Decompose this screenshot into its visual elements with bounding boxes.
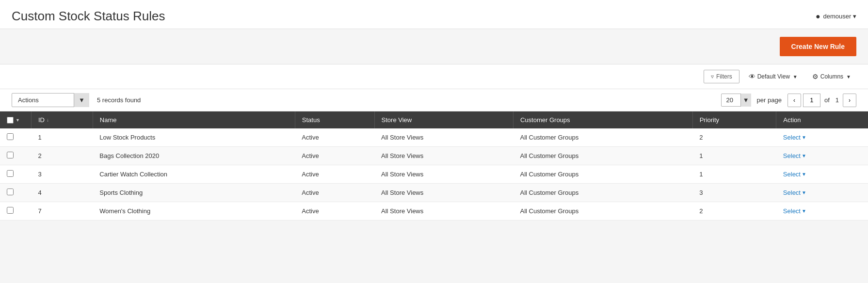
row-customer-groups: All Customer Groups bbox=[513, 165, 692, 184]
view-chevron-icon: ▼ bbox=[793, 74, 798, 79]
header-name: Name bbox=[93, 111, 295, 128]
total-pages: 1 bbox=[836, 96, 839, 104]
header-customer-groups-label: Customer Groups bbox=[520, 116, 570, 124]
header-checkbox-arrow-icon: ▼ bbox=[16, 118, 20, 123]
actions-left: Actions ▼ 5 records found bbox=[12, 93, 141, 107]
row-id: 3 bbox=[32, 165, 93, 184]
row-action: Select ▼ bbox=[776, 147, 868, 165]
row-name: Low Stock Products bbox=[93, 128, 295, 147]
user-name: demouser ▾ bbox=[823, 13, 856, 20]
row-customer-groups: All Customer Groups bbox=[513, 202, 692, 220]
actions-row: Actions ▼ 5 records found 20 50 100 ▼ pe… bbox=[0, 89, 868, 111]
row-store-view: All Store Views bbox=[374, 165, 513, 184]
filters-label: Filters bbox=[716, 73, 732, 80]
row-id: 1 bbox=[32, 128, 93, 147]
table-row: 1Low Stock ProductsActiveAll Store Views… bbox=[0, 128, 868, 147]
columns-button[interactable]: ⚙ Columns ▼ bbox=[807, 69, 856, 84]
select-all-checkbox[interactable] bbox=[7, 117, 14, 124]
row-action: Select ▼ bbox=[776, 202, 868, 220]
row-id: 4 bbox=[32, 184, 93, 202]
row-priority: 1 bbox=[692, 147, 776, 165]
pagination: 20 50 100 ▼ per page ‹ 1 of 1 › bbox=[721, 94, 856, 107]
create-new-rule-button[interactable]: Create New Rule bbox=[780, 37, 856, 56]
columns-label: Columns bbox=[820, 73, 843, 80]
table-header: ▼ ID ↓ Name Status Store View bbox=[0, 111, 868, 128]
records-count: 5 bbox=[97, 96, 100, 104]
row-checkbox-cell bbox=[0, 147, 32, 165]
id-sort-icon: ↓ bbox=[47, 117, 49, 123]
row-priority: 2 bbox=[692, 128, 776, 147]
per-page-label: per page bbox=[757, 96, 782, 104]
header-action: Action bbox=[776, 111, 868, 128]
row-customer-groups: All Customer Groups bbox=[513, 128, 692, 147]
current-page-input[interactable]: 1 bbox=[803, 94, 820, 107]
row-checkbox-cell bbox=[0, 165, 32, 184]
view-label: Default View bbox=[757, 73, 790, 80]
page-header: Custom Stock Status Rules ● demouser ▾ bbox=[0, 0, 868, 29]
data-table: ▼ ID ↓ Name Status Store View bbox=[0, 111, 868, 220]
row-name: Bags Collection 2020 bbox=[93, 147, 295, 165]
select-chevron-icon: ▼ bbox=[802, 208, 806, 214]
records-found: 5 records found bbox=[97, 96, 141, 104]
user-menu[interactable]: ● demouser ▾ bbox=[816, 12, 856, 21]
grid-controls-top: ▿ Filters 👁 Default View ▼ ⚙ Columns ▼ bbox=[0, 64, 868, 89]
row-checkbox[interactable] bbox=[7, 170, 14, 177]
row-customer-groups: All Customer Groups bbox=[513, 147, 692, 165]
row-checkbox[interactable] bbox=[7, 133, 14, 140]
table-row: 2Bags Collection 2020ActiveAll Store Vie… bbox=[0, 147, 868, 165]
row-select-link[interactable]: Select ▼ bbox=[783, 189, 861, 196]
gear-icon: ⚙ bbox=[812, 73, 819, 80]
row-name: Women's Clothing bbox=[93, 202, 295, 220]
row-select-link[interactable]: Select ▼ bbox=[783, 152, 861, 159]
header-priority: Priority bbox=[692, 111, 776, 128]
filters-button[interactable]: ▿ Filters bbox=[704, 70, 739, 83]
actions-select-wrapper: Actions ▼ bbox=[12, 93, 89, 107]
row-id: 7 bbox=[32, 202, 93, 220]
row-id: 2 bbox=[32, 147, 93, 165]
row-status: Active bbox=[295, 128, 374, 147]
row-customer-groups: All Customer Groups bbox=[513, 184, 692, 202]
row-checkbox-cell bbox=[0, 184, 32, 202]
row-name: Cartier Watch Collection bbox=[93, 165, 295, 184]
select-chevron-icon: ▼ bbox=[802, 153, 806, 158]
page-of-label: of bbox=[824, 96, 830, 104]
table-body: 1Low Stock ProductsActiveAll Store Views… bbox=[0, 128, 868, 220]
select-chevron-icon: ▼ bbox=[802, 190, 806, 195]
select-chevron-icon: ▼ bbox=[802, 172, 806, 177]
page-title: Custom Stock Status Rules bbox=[12, 9, 165, 24]
row-action: Select ▼ bbox=[776, 128, 868, 147]
next-page-button[interactable]: › bbox=[843, 94, 856, 107]
view-selector[interactable]: 👁 Default View ▼ bbox=[743, 69, 803, 84]
row-select-link[interactable]: Select ▼ bbox=[783, 134, 861, 141]
toolbar: Create New Rule bbox=[0, 29, 868, 64]
row-checkbox-cell bbox=[0, 128, 32, 147]
prev-page-button[interactable]: ‹ bbox=[788, 94, 801, 107]
row-checkbox[interactable] bbox=[7, 152, 14, 158]
header-checkbox-cell: ▼ bbox=[0, 111, 32, 128]
row-name: Sports Clothing bbox=[93, 184, 295, 202]
row-store-view: All Store Views bbox=[374, 184, 513, 202]
row-priority: 3 bbox=[692, 184, 776, 202]
header-name-label: Name bbox=[100, 116, 117, 124]
table-row: 4Sports ClothingActiveAll Store ViewsAll… bbox=[0, 184, 868, 202]
row-checkbox[interactable] bbox=[7, 189, 14, 195]
header-store-view-label: Store View bbox=[382, 116, 412, 124]
row-checkbox-cell bbox=[0, 202, 32, 220]
page-wrapper: Custom Stock Status Rules ● demouser ▾ C… bbox=[0, 0, 868, 283]
row-select-link[interactable]: Select ▼ bbox=[783, 171, 861, 178]
header-status-label: Status bbox=[302, 116, 320, 124]
header-status: Status bbox=[295, 111, 374, 128]
row-priority: 1 bbox=[692, 165, 776, 184]
row-store-view: All Store Views bbox=[374, 147, 513, 165]
actions-select[interactable]: Actions bbox=[12, 93, 89, 107]
filter-icon: ▿ bbox=[711, 73, 714, 80]
per-page-select[interactable]: 20 50 100 bbox=[721, 94, 751, 107]
per-page-wrapper: 20 50 100 ▼ bbox=[721, 94, 751, 107]
table-row: 3Cartier Watch CollectionActiveAll Store… bbox=[0, 165, 868, 184]
columns-chevron-icon: ▼ bbox=[846, 74, 851, 79]
header-id: ID ↓ bbox=[32, 111, 93, 128]
row-action: Select ▼ bbox=[776, 165, 868, 184]
row-select-link[interactable]: Select ▼ bbox=[783, 207, 861, 215]
header-action-label: Action bbox=[783, 116, 801, 124]
row-checkbox[interactable] bbox=[7, 207, 14, 214]
